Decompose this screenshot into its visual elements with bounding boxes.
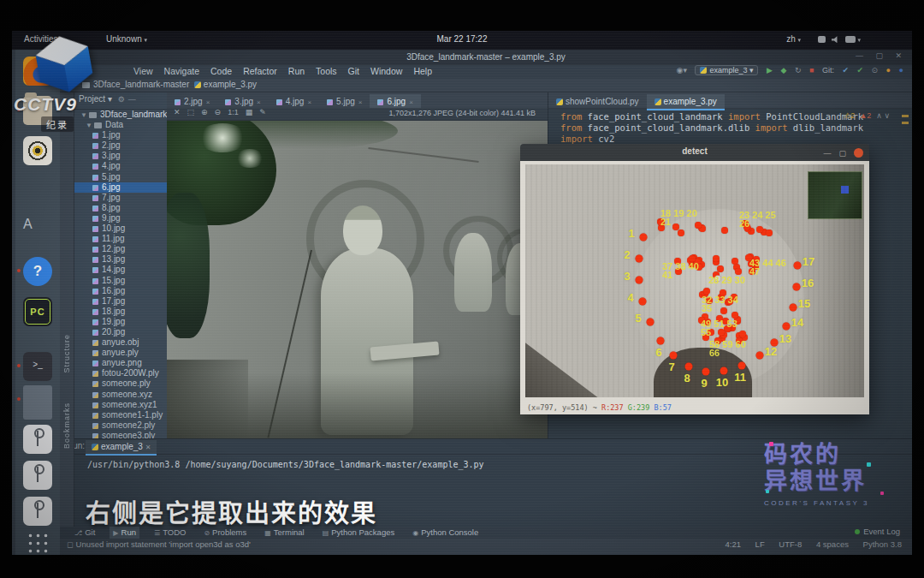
editor-tab-5.jpg[interactable]: 5.jpg× [319,94,370,109]
code-tab-example_3.py[interactable]: example_3.py [647,94,725,110]
indent-setting[interactable]: 4 spaces [816,539,849,549]
file-row-13.jpg[interactable]: 13.jpg [74,254,167,265]
menu-run[interactable]: Run [288,66,305,76]
actual-size-icon[interactable]: 1:1 [228,108,239,116]
file-row-11.jpg[interactable]: 11.jpg [74,234,167,244]
project-root-node[interactable]: ▼3Dface_landmark-master [74,110,167,120]
caret-position[interactable]: 4:21 [725,539,741,549]
menu-git[interactable]: Git [348,66,359,76]
run-button[interactable]: ▶ [767,66,773,74]
file-row-4.jpg[interactable]: 4.jpg [74,161,167,171]
file-row-anyue.obj[interactable]: anyue.obj [74,337,167,348]
rerun-icon[interactable]: ↻ [795,66,802,74]
zoom-in-icon[interactable]: ⊕ [201,108,208,116]
file-row-9.jpg[interactable]: 9.jpg [74,213,167,223]
file-row-20.jpg[interactable]: 20.jpg [74,327,167,337]
dock-item-usb-drive-1[interactable] [23,425,52,454]
breadcrumb-file[interactable]: example_3.py [204,80,257,89]
file-row-14.jpg[interactable]: 14.jpg [74,265,167,275]
flag-badge-icon[interactable]: ● [899,66,903,74]
project-panel-header[interactable]: Project ▾ ⚙— [74,92,167,110]
close-icon[interactable]: ✕ [174,108,181,116]
file-row-fotou-200W.ply[interactable]: fotou-200W.ply [74,368,167,378]
file-row-10.jpg[interactable]: 10.jpg [74,223,167,234]
file-row-someone2.ply[interactable]: someone2.ply [74,420,167,431]
debug-button[interactable]: ◆ [780,66,786,74]
run-config-selector[interactable]: example_3 ▾ [695,65,758,75]
edit-icon[interactable]: ✎ [259,108,266,116]
file-row-1.jpg[interactable]: 1.jpg [74,130,167,140]
dock-item-show-applications[interactable] [23,528,52,555]
stop-button[interactable]: ■ [809,66,814,74]
profile-badge-icon[interactable]: ● [886,66,891,74]
file-row-someone.xyz[interactable]: someone.xyz [74,390,167,400]
collapse-icon[interactable]: — [128,95,136,104]
event-log-button[interactable]: Event Log [855,527,900,536]
interpreter[interactable]: Python 3.8 [863,539,902,549]
file-row-16.jpg[interactable]: 16.jpg [74,286,167,296]
file-row-19.jpg[interactable]: 19.jpg [74,317,167,327]
system-tray[interactable]: ▾ [812,34,861,44]
file-row-7.jpg[interactable]: 7.jpg [74,193,167,203]
breadcrumb-root[interactable]: 3Dface_landmark-master [93,80,189,89]
detect-title-bar[interactable]: detect —▢ [520,144,869,161]
editor-tab-4.jpg[interactable]: 4.jpg× [269,94,319,109]
dock-item-usb-drive-2[interactable] [23,461,52,490]
file-row-6.jpg[interactable]: 6.jpg [74,182,167,193]
file-encoding[interactable]: UTF-8 [779,539,802,549]
window-controls[interactable]: — ▢ ✕ [856,51,907,60]
close-tab-icon[interactable]: × [358,98,363,106]
minimize-icon[interactable]: — [823,149,831,158]
run-tab[interactable]: example_3 ✕ [86,440,157,456]
file-row-12.jpg[interactable]: 12.jpg [74,244,167,254]
file-row-15.jpg[interactable]: 15.jpg [74,276,167,286]
menu-help[interactable]: Help [413,66,432,76]
code-tab-showPointCloud.py[interactable]: showPointCloud.py [548,94,647,109]
inspection-widget[interactable]: ⚠2▲2∧ ∨ [844,111,890,120]
file-row-someone1-1.ply[interactable]: someone1-1.ply [74,410,167,420]
close-tab-icon[interactable]: × [206,98,210,106]
menu-refactor[interactable]: Refactor [243,66,277,76]
selection-icon[interactable]: ⬚ [187,108,195,116]
structure-toolwindow-button[interactable]: Structure [62,334,71,373]
settings-gear-icon[interactable]: ⚙ [118,95,125,104]
file-row-17.jpg[interactable]: 17.jpg [74,296,167,307]
git-commit-button[interactable]: ✔ [856,66,863,74]
dock-item-usb-drive-3[interactable] [23,497,52,526]
editor-tab-3.jpg[interactable]: 3.jpg× [217,94,268,109]
zoom-out-icon[interactable]: ⊖ [215,108,222,116]
dock-item-help[interactable]: ? [23,257,52,286]
dock-item-app-window[interactable] [23,385,52,420]
file-row-anyue.png[interactable]: anyue.png [74,358,167,368]
file-row-3.jpg[interactable]: 3.jpg [74,151,167,161]
close-tab-icon[interactable]: × [409,98,413,106]
menu-window[interactable]: Window [370,66,402,76]
dock-item-rhythmbox[interactable] [23,136,52,165]
menu-navigate[interactable]: Navigate [164,66,199,76]
file-row-someone.xyz1[interactable]: someone.xyz1 [74,400,167,410]
bookmarks-toolwindow-button[interactable]: Bookmarks [62,402,71,449]
dock-item-firefox[interactable] [23,57,52,86]
close-icon[interactable] [854,148,863,158]
dock-item-terminal[interactable]: >_ [23,352,52,381]
file-row-5.jpg[interactable]: 5.jpg [74,172,167,182]
git-update-button[interactable]: ✔ [842,66,849,74]
clock[interactable]: Mar 22 17:22 [12,34,912,44]
file-row-anyue.ply[interactable]: anyue.ply [74,348,167,358]
menu-view[interactable]: View [133,66,153,76]
line-separator[interactable]: LF [755,539,765,549]
grid-icon[interactable]: ▦ [246,108,253,116]
search-icon[interactable]: ⊙ [872,66,879,74]
detect-window-controls[interactable]: —▢ [815,148,863,158]
menu-tools[interactable]: Tools [316,66,337,76]
close-tab-icon[interactable]: × [257,98,261,106]
dock-item-pycharm[interactable]: PC [23,297,52,326]
dock-item-ubuntu-software[interactable]: A [23,217,52,246]
file-row-2.jpg[interactable]: 2.jpg [74,140,167,151]
dock-item-files[interactable] [23,96,52,125]
close-tab-icon[interactable]: × [307,98,311,106]
file-row-8.jpg[interactable]: 8.jpg [74,203,167,213]
user-icon[interactable]: ◉▾ [677,66,687,74]
project-folder-node[interactable]: ▼Data [74,120,167,130]
maximize-icon[interactable]: ▢ [838,149,846,158]
